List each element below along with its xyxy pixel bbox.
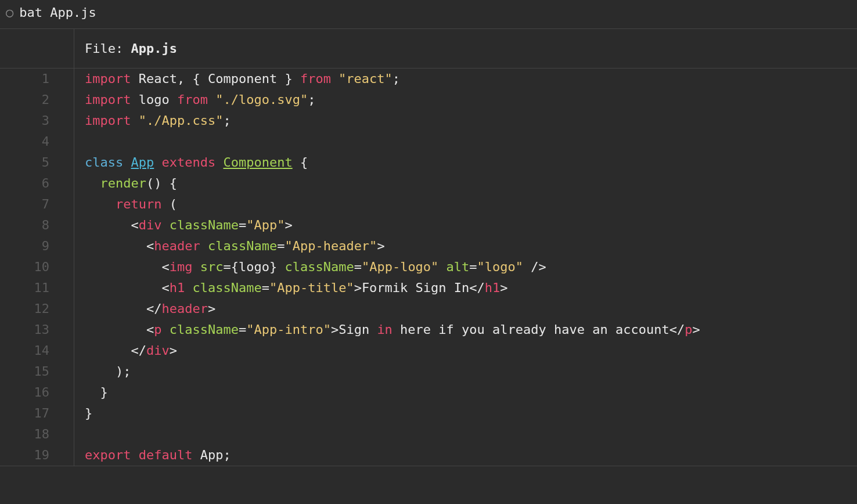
- code-line: import logo from "./logo.svg";: [85, 89, 857, 110]
- code-line: </div>: [85, 340, 857, 361]
- code-line: export default App;: [85, 445, 857, 466]
- line-number: 1: [0, 69, 49, 89]
- line-number: 3: [0, 110, 49, 131]
- file-name: App.js: [131, 41, 177, 56]
- code-line: }: [85, 403, 857, 424]
- code-line: [85, 131, 857, 152]
- code-line: class App extends Component {: [85, 152, 857, 173]
- line-number: 10: [0, 257, 49, 278]
- line-number: 16: [0, 382, 49, 403]
- gutter-spacer: [0, 29, 74, 68]
- line-number: 17: [0, 403, 49, 424]
- code-line: import "./App.css";: [85, 110, 857, 131]
- code-line: render() {: [85, 173, 857, 194]
- line-number: 19: [0, 445, 49, 466]
- code-area: 1 2 3 4 5 6 7 8 9 10 11 12 13 14 15 16 1…: [0, 69, 857, 466]
- code-line: import React, { Component } from "react"…: [85, 69, 857, 89]
- command-text: bat App.js: [19, 5, 96, 20]
- terminal-command-line: ○bat App.js: [0, 0, 857, 28]
- prompt-bullet: ○: [6, 5, 13, 20]
- line-number: 13: [0, 319, 49, 340]
- separator-bottom: [0, 466, 857, 466]
- line-number: 18: [0, 424, 49, 445]
- file-header-row: File: App.js: [0, 29, 857, 68]
- code-line: );: [85, 361, 857, 382]
- code-line: <p className="App-intro">Sign in here if…: [85, 319, 857, 340]
- line-number: 9: [0, 236, 49, 257]
- code-line: [85, 424, 857, 445]
- line-number: 12: [0, 298, 49, 319]
- file-label: File:: [85, 41, 131, 56]
- line-number: 8: [0, 215, 49, 236]
- line-number: 5: [0, 152, 49, 173]
- code-content: import React, { Component } from "react"…: [74, 69, 857, 466]
- line-number: 4: [0, 131, 49, 152]
- code-line: <h1 className="App-title">Formik Sign In…: [85, 278, 857, 298]
- code-line: <img src={logo} className="App-logo" alt…: [85, 257, 857, 278]
- code-line: </header>: [85, 298, 857, 319]
- line-number: 6: [0, 173, 49, 194]
- line-number: 15: [0, 361, 49, 382]
- code-line: }: [85, 382, 857, 403]
- line-number-gutter: 1 2 3 4 5 6 7 8 9 10 11 12 13 14 15 16 1…: [0, 69, 74, 466]
- line-number: 11: [0, 278, 49, 298]
- line-number: 7: [0, 194, 49, 215]
- line-number: 14: [0, 340, 49, 361]
- code-line: return (: [85, 194, 857, 215]
- file-title: File: App.js: [74, 29, 857, 68]
- code-line: <div className="App">: [85, 215, 857, 236]
- code-line: <header className="App-header">: [85, 236, 857, 257]
- line-number: 2: [0, 89, 49, 110]
